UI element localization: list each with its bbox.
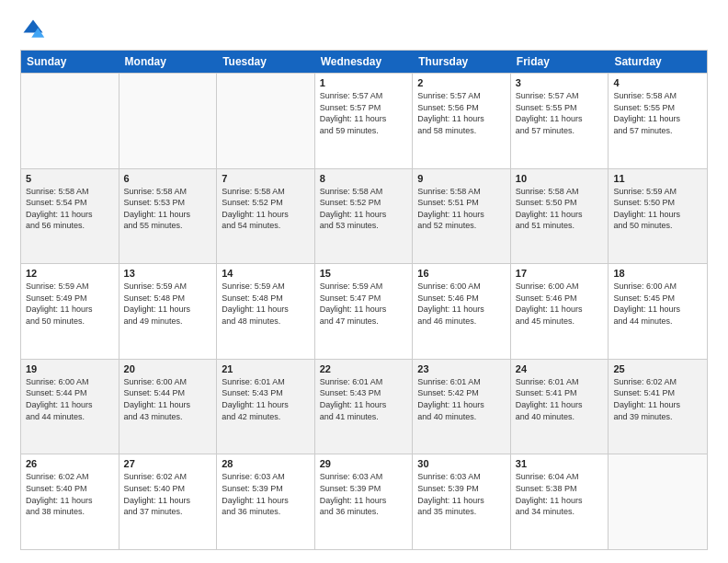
- calendar-week-4: 19Sunrise: 6:00 AM Sunset: 5:44 PM Dayli…: [21, 359, 707, 454]
- day-info: Sunrise: 5:58 AM Sunset: 5:53 PM Dayligh…: [124, 186, 212, 232]
- day-number: 26: [26, 458, 114, 469]
- header-day-saturday: Saturday: [609, 51, 707, 73]
- day-number: 23: [417, 363, 506, 374]
- day-number: 31: [516, 458, 604, 469]
- calendar-week-5: 26Sunrise: 6:02 AM Sunset: 5:40 PM Dayli…: [21, 454, 707, 549]
- calendar-day-6: 6Sunrise: 5:58 AM Sunset: 5:53 PM Daylig…: [119, 169, 218, 264]
- day-number: 15: [320, 268, 408, 279]
- header: [20, 17, 708, 42]
- logo-icon: [20, 17, 46, 42]
- calendar-day-4: 4Sunrise: 5:58 AM Sunset: 5:55 PM Daylig…: [609, 74, 707, 168]
- day-info: Sunrise: 6:00 AM Sunset: 5:45 PM Dayligh…: [613, 281, 702, 327]
- day-number: 20: [124, 363, 212, 374]
- calendar-day-13: 13Sunrise: 5:59 AM Sunset: 5:48 PM Dayli…: [119, 264, 218, 359]
- day-number: 13: [124, 268, 212, 279]
- calendar-empty-cell: [119, 74, 218, 168]
- day-number: 12: [26, 268, 114, 279]
- day-info: Sunrise: 6:03 AM Sunset: 5:39 PM Dayligh…: [320, 471, 408, 517]
- day-number: 14: [222, 268, 310, 279]
- day-info: Sunrise: 5:58 AM Sunset: 5:52 PM Dayligh…: [222, 186, 310, 232]
- header-day-friday: Friday: [511, 51, 609, 73]
- calendar-day-10: 10Sunrise: 5:58 AM Sunset: 5:50 PM Dayli…: [511, 169, 609, 264]
- day-number: 16: [417, 268, 506, 279]
- day-info: Sunrise: 5:58 AM Sunset: 5:50 PM Dayligh…: [516, 186, 604, 232]
- calendar-day-14: 14Sunrise: 5:59 AM Sunset: 5:48 PM Dayli…: [217, 264, 315, 359]
- calendar-day-19: 19Sunrise: 6:00 AM Sunset: 5:44 PM Dayli…: [21, 360, 119, 454]
- day-number: 3: [516, 77, 604, 88]
- calendar-day-5: 5Sunrise: 5:58 AM Sunset: 5:54 PM Daylig…: [21, 169, 119, 264]
- header-day-thursday: Thursday: [413, 51, 511, 73]
- day-number: 25: [613, 363, 702, 374]
- calendar-day-25: 25Sunrise: 6:02 AM Sunset: 5:41 PM Dayli…: [609, 360, 707, 454]
- day-number: 5: [26, 173, 114, 184]
- day-number: 8: [320, 173, 408, 184]
- calendar-day-17: 17Sunrise: 6:00 AM Sunset: 5:46 PM Dayli…: [511, 264, 609, 359]
- day-number: 6: [124, 173, 212, 184]
- calendar-day-29: 29Sunrise: 6:03 AM Sunset: 5:39 PM Dayli…: [315, 454, 414, 549]
- header-day-wednesday: Wednesday: [315, 51, 414, 73]
- day-info: Sunrise: 6:01 AM Sunset: 5:43 PM Dayligh…: [222, 376, 310, 422]
- day-info: Sunrise: 6:01 AM Sunset: 5:42 PM Dayligh…: [417, 376, 506, 422]
- day-number: 1: [320, 77, 408, 88]
- day-number: 9: [417, 173, 506, 184]
- day-info: Sunrise: 6:00 AM Sunset: 5:44 PM Dayligh…: [124, 376, 212, 422]
- calendar-week-1: 1Sunrise: 5:57 AM Sunset: 5:57 PM Daylig…: [21, 73, 707, 168]
- calendar-day-20: 20Sunrise: 6:00 AM Sunset: 5:44 PM Dayli…: [119, 360, 218, 454]
- day-info: Sunrise: 5:58 AM Sunset: 5:55 PM Dayligh…: [613, 90, 702, 136]
- calendar-day-28: 28Sunrise: 6:03 AM Sunset: 5:39 PM Dayli…: [217, 454, 315, 549]
- day-number: 22: [320, 363, 408, 374]
- day-number: 30: [417, 458, 506, 469]
- day-number: 28: [222, 458, 310, 469]
- day-number: 24: [516, 363, 604, 374]
- day-info: Sunrise: 6:00 AM Sunset: 5:46 PM Dayligh…: [516, 281, 604, 327]
- day-info: Sunrise: 5:59 AM Sunset: 5:50 PM Dayligh…: [613, 186, 702, 232]
- calendar-day-31: 31Sunrise: 6:04 AM Sunset: 5:38 PM Dayli…: [511, 454, 609, 549]
- day-info: Sunrise: 6:00 AM Sunset: 5:46 PM Dayligh…: [417, 281, 506, 327]
- calendar-day-11: 11Sunrise: 5:59 AM Sunset: 5:50 PM Dayli…: [609, 169, 707, 264]
- day-info: Sunrise: 6:02 AM Sunset: 5:40 PM Dayligh…: [26, 471, 114, 517]
- day-number: 11: [613, 173, 702, 184]
- calendar-empty-cell: [21, 74, 119, 168]
- calendar-body: 1Sunrise: 5:57 AM Sunset: 5:57 PM Daylig…: [21, 73, 707, 549]
- day-number: 4: [613, 77, 702, 88]
- day-info: Sunrise: 5:59 AM Sunset: 5:49 PM Dayligh…: [26, 281, 114, 327]
- day-info: Sunrise: 6:02 AM Sunset: 5:41 PM Dayligh…: [613, 376, 702, 422]
- day-info: Sunrise: 5:57 AM Sunset: 5:56 PM Dayligh…: [417, 90, 506, 136]
- day-number: 17: [516, 268, 604, 279]
- calendar-day-18: 18Sunrise: 6:00 AM Sunset: 5:45 PM Dayli…: [609, 264, 707, 359]
- day-info: Sunrise: 6:01 AM Sunset: 5:41 PM Dayligh…: [516, 376, 604, 422]
- calendar-day-24: 24Sunrise: 6:01 AM Sunset: 5:41 PM Dayli…: [511, 360, 609, 454]
- calendar-day-16: 16Sunrise: 6:00 AM Sunset: 5:46 PM Dayli…: [413, 264, 511, 359]
- day-number: 2: [417, 77, 506, 88]
- calendar-week-2: 5Sunrise: 5:58 AM Sunset: 5:54 PM Daylig…: [21, 168, 707, 264]
- calendar-day-1: 1Sunrise: 5:57 AM Sunset: 5:57 PM Daylig…: [315, 74, 414, 168]
- calendar-day-3: 3Sunrise: 5:57 AM Sunset: 5:55 PM Daylig…: [511, 74, 609, 168]
- day-number: 29: [320, 458, 408, 469]
- day-info: Sunrise: 5:58 AM Sunset: 5:51 PM Dayligh…: [417, 186, 506, 232]
- day-number: 27: [124, 458, 212, 469]
- day-info: Sunrise: 6:03 AM Sunset: 5:39 PM Dayligh…: [222, 471, 310, 517]
- day-info: Sunrise: 6:00 AM Sunset: 5:44 PM Dayligh…: [26, 376, 114, 422]
- day-number: 18: [613, 268, 702, 279]
- calendar-day-22: 22Sunrise: 6:01 AM Sunset: 5:43 PM Dayli…: [315, 360, 414, 454]
- day-number: 21: [222, 363, 310, 374]
- day-info: Sunrise: 6:01 AM Sunset: 5:43 PM Dayligh…: [320, 376, 408, 422]
- calendar-empty-cell: [609, 454, 707, 549]
- header-day-monday: Monday: [119, 51, 218, 73]
- calendar-day-30: 30Sunrise: 6:03 AM Sunset: 5:39 PM Dayli…: [413, 454, 511, 549]
- day-info: Sunrise: 5:58 AM Sunset: 5:52 PM Dayligh…: [320, 186, 408, 232]
- day-info: Sunrise: 5:59 AM Sunset: 5:47 PM Dayligh…: [320, 281, 408, 327]
- calendar-day-8: 8Sunrise: 5:58 AM Sunset: 5:52 PM Daylig…: [315, 169, 414, 264]
- day-info: Sunrise: 5:58 AM Sunset: 5:54 PM Dayligh…: [26, 186, 114, 232]
- page: SundayMondayTuesdayWednesdayThursdayFrid…: [0, 0, 728, 563]
- day-number: 19: [26, 363, 114, 374]
- day-info: Sunrise: 5:57 AM Sunset: 5:55 PM Dayligh…: [516, 90, 604, 136]
- calendar-week-3: 12Sunrise: 5:59 AM Sunset: 5:49 PM Dayli…: [21, 263, 707, 359]
- calendar-empty-cell: [217, 74, 315, 168]
- day-info: Sunrise: 6:03 AM Sunset: 5:39 PM Dayligh…: [417, 471, 506, 517]
- calendar-day-21: 21Sunrise: 6:01 AM Sunset: 5:43 PM Dayli…: [217, 360, 315, 454]
- header-day-sunday: Sunday: [21, 51, 119, 73]
- day-info: Sunrise: 5:59 AM Sunset: 5:48 PM Dayligh…: [222, 281, 310, 327]
- calendar-day-15: 15Sunrise: 5:59 AM Sunset: 5:47 PM Dayli…: [315, 264, 414, 359]
- day-info: Sunrise: 6:02 AM Sunset: 5:40 PM Dayligh…: [124, 471, 212, 517]
